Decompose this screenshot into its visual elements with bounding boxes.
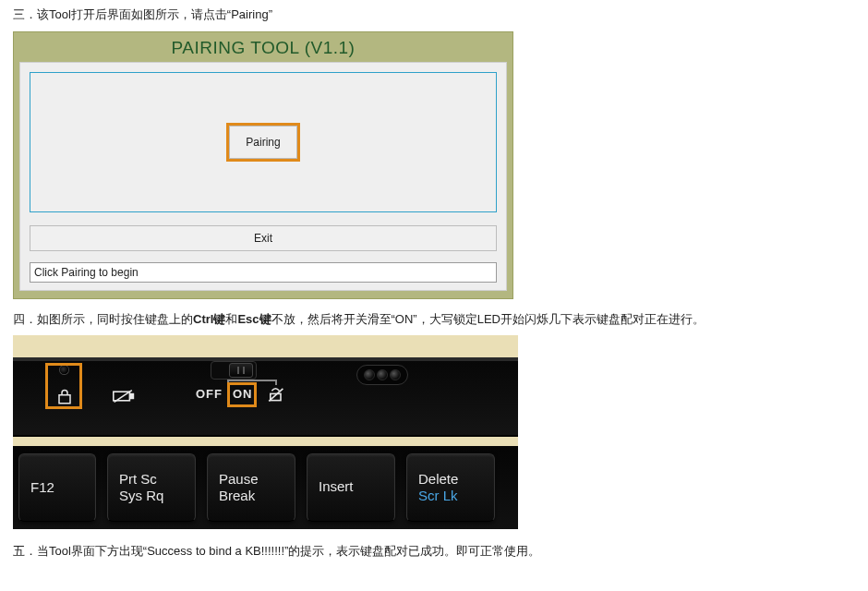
step5-text: 五．当Tool界面下方出现“Success to bind a KB!!!!!!… <box>13 542 855 561</box>
step4-text: 四．如图所示，同时按住键盘上的Ctrl键和Esc键不放，然后将开关滑至“ON”，… <box>13 310 855 329</box>
sensor-dot <box>390 369 401 380</box>
sensor-dots <box>356 365 408 385</box>
pairing-area: Pairing <box>30 72 497 212</box>
off-label: OFF <box>196 387 223 401</box>
svg-rect-0 <box>59 395 70 404</box>
exit-button[interactable]: Exit <box>30 225 497 251</box>
capslock-icon <box>56 389 73 405</box>
status-text: Click Pairing to begin <box>30 262 497 283</box>
power-slider-knob[interactable] <box>229 363 253 378</box>
step3-prefix: 三．该Tool打开后界面如图所示，请点击 <box>13 7 227 21</box>
pairing-button-highlight: Pairing <box>226 123 300 162</box>
pairing-button[interactable]: Pairing <box>229 126 297 159</box>
sensor-dot <box>364 369 375 380</box>
sensor-dot <box>377 369 388 380</box>
step3-text: 三．该Tool打开后界面如图所示，请点击“Pairing” <box>13 6 855 24</box>
key-pause[interactable]: Pause Break <box>207 453 295 522</box>
key-f12[interactable]: F12 <box>18 453 96 522</box>
key-delete[interactable]: Delete Scr Lk <box>406 453 495 522</box>
wireless-off-icon <box>268 388 286 405</box>
pairing-tool-window: PAIRING TOOL (V1.1) Pairing Exit Click P… <box>13 31 513 299</box>
svg-rect-2 <box>130 394 133 399</box>
key-prtsc[interactable]: Prt Sc Sys Rq <box>107 453 196 522</box>
window-client-area: Pairing Exit Click Pairing to begin <box>19 62 507 291</box>
window-title: PAIRING TOOL (V1.1) <box>14 32 512 62</box>
keyboard-top-strip <box>13 357 518 437</box>
keyboard-photo: OFF ON F12 Prt Sc Sys Rq Pause <box>13 335 518 529</box>
keyboard-key-row: F12 Prt Sc Sys Rq Pause Break Insert Del… <box>13 446 518 529</box>
battery-empty-icon <box>113 389 135 406</box>
on-highlight-box <box>227 382 257 407</box>
key-insert[interactable]: Insert <box>307 453 395 522</box>
